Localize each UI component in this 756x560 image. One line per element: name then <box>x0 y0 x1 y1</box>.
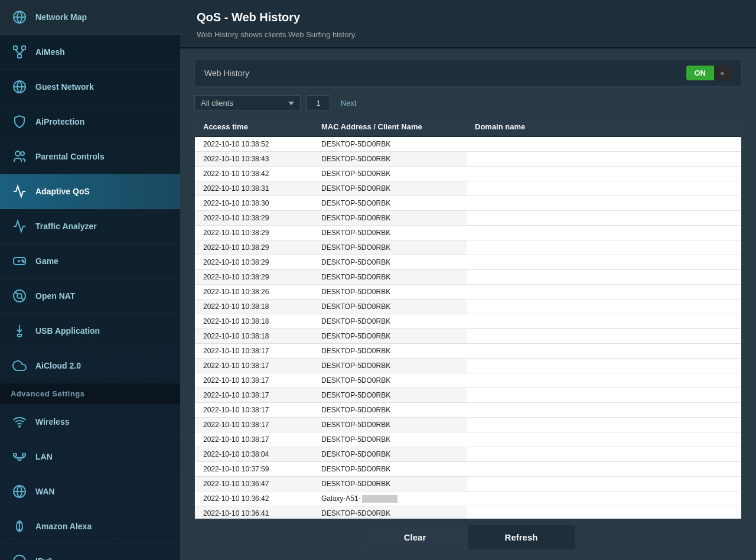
cell-domain <box>467 373 741 388</box>
table-header: Access time MAC Address / Client Name Do… <box>195 118 741 137</box>
cell-domain <box>467 181 741 196</box>
table-row: 2022-10-10 10:38:30DESKTOP-5DO0RBK <box>195 196 741 211</box>
sidebar-item-adaptive-qos[interactable]: Adaptive QoS <box>0 174 180 209</box>
cloud-icon <box>11 357 28 375</box>
cell-client: DESKTOP-5DO0RBK <box>313 270 467 284</box>
refresh-button[interactable]: Refresh <box>468 525 575 549</box>
sidebar-item-open-nat[interactable]: Open NAT <box>0 279 180 314</box>
wireless-icon <box>11 413 28 431</box>
table-row: 2022-10-10 10:38:42DESKTOP-5DO0RBK <box>195 167 741 181</box>
sidebar-item-guest-network[interactable]: Guest Network <box>0 70 180 105</box>
cell-client: DESKTOP-5DO0RBK <box>313 152 467 166</box>
sidebar-item-label: AiCloud 2.0 <box>35 361 81 370</box>
sidebar: Network Map AiMesh Guest Network AiProte… <box>0 0 180 560</box>
cell-client: DESKTOP-5DO0RBK <box>313 359 467 373</box>
cell-time: 2022-10-10 10:38:29 <box>195 211 313 225</box>
sidebar-item-label: Wireless <box>35 417 69 426</box>
table-row: 2022-10-10 10:36:47DESKTOP-5DO0RBK <box>195 477 741 491</box>
svg-point-21 <box>19 426 20 427</box>
sidebar-item-aiprotection[interactable]: AiProtection <box>0 105 180 139</box>
cell-client: DESKTOP-5DO0RBK <box>313 388 467 402</box>
sidebar-item-label: LAN <box>35 452 53 461</box>
cell-time: 2022-10-10 10:38:29 <box>195 240 313 255</box>
cell-time: 2022-10-10 10:38:18 <box>195 329 313 343</box>
table-row: 2022-10-10 10:36:42Galaxy-A51- <box>195 491 741 506</box>
sidebar-item-network-map[interactable]: Network Map <box>0 0 180 35</box>
cell-client: DESKTOP-5DO0RBK <box>313 418 467 432</box>
cell-client: DESKTOP-5DO0RBK <box>313 462 467 476</box>
sidebar-item-label: WAN <box>35 487 55 496</box>
sidebar-item-lan[interactable]: LAN <box>0 439 180 474</box>
sidebar-item-wan[interactable]: WAN <box>0 474 180 509</box>
svg-line-6 <box>19 50 24 54</box>
web-history-toggle-row: Web History ON ● <box>194 59 742 87</box>
table-row: 2022-10-10 10:38:29DESKTOP-5DO0RBK <box>195 255 741 270</box>
cell-domain <box>467 359 741 373</box>
cell-time: 2022-10-10 10:38:17 <box>195 403 313 417</box>
sidebar-item-label: Guest Network <box>35 82 94 92</box>
svg-point-10 <box>21 152 24 155</box>
cell-domain <box>467 344 741 358</box>
sidebar-item-parental-controls[interactable]: Parental Controls <box>0 139 180 174</box>
page-title: QoS - Web History <box>197 11 739 24</box>
sidebar-item-wireless[interactable]: Wireless <box>0 405 180 439</box>
cell-time: 2022-10-10 10:38:04 <box>195 447 313 461</box>
cell-client: DESKTOP-5DO0RBK <box>313 167 467 181</box>
next-button[interactable]: Next <box>336 96 361 110</box>
sidebar-item-label: AiProtection <box>35 117 84 126</box>
game-icon <box>11 252 28 270</box>
table-row: 2022-10-10 10:38:17DESKTOP-5DO0RBK <box>195 418 741 432</box>
table-row: 2022-10-10 10:38:17DESKTOP-5DO0RBK <box>195 388 741 403</box>
cell-domain <box>467 299 741 314</box>
cell-domain <box>467 477 741 491</box>
cell-domain <box>467 285 741 299</box>
sidebar-item-usb-application[interactable]: USB Application <box>0 314 180 349</box>
sidebar-item-game[interactable]: Game <box>0 244 180 279</box>
cell-client: DESKTOP-5DO0RBK <box>313 211 467 225</box>
table-row: 2022-10-10 10:38:29DESKTOP-5DO0RBK <box>195 226 741 240</box>
cell-domain <box>467 329 741 343</box>
cell-time: 2022-10-10 10:38:29 <box>195 226 313 240</box>
cell-time: 2022-10-10 10:38:31 <box>195 181 313 196</box>
advanced-settings-header: Advanced Settings <box>0 383 180 405</box>
sidebar-item-label: Traffic Analyzer <box>35 222 97 231</box>
cell-time: 2022-10-10 10:36:41 <box>195 506 313 519</box>
cell-time: 2022-10-10 10:36:47 <box>195 477 313 491</box>
wan-icon <box>11 483 28 500</box>
cell-domain <box>467 418 741 432</box>
table-row: 2022-10-10 10:38:17DESKTOP-5DO0RBK <box>195 359 741 373</box>
clear-button[interactable]: Clear <box>362 525 468 549</box>
cell-client: DESKTOP-5DO0RBK <box>313 285 467 299</box>
sidebar-item-aimesh[interactable]: AiMesh <box>0 35 180 70</box>
svg-point-33 <box>14 555 25 560</box>
main-content: QoS - Web History Web History shows clie… <box>180 0 756 560</box>
cell-domain <box>467 388 741 402</box>
svg-line-19 <box>21 298 24 301</box>
svg-line-18 <box>15 291 18 294</box>
table-row: 2022-10-10 10:38:18DESKTOP-5DO0RBK <box>195 329 741 344</box>
sidebar-item-label: USB Application <box>35 326 100 336</box>
cell-domain <box>467 137 741 151</box>
sidebar-item-amazon-alexa[interactable]: Amazon Alexa <box>0 509 180 544</box>
cell-domain <box>467 432 741 447</box>
client-filter-select[interactable]: All clients <box>194 95 301 111</box>
svg-rect-4 <box>18 54 21 58</box>
page-number-input[interactable] <box>307 95 330 111</box>
table-row: 2022-10-10 10:38:31DESKTOP-5DO0RBK <box>195 181 741 196</box>
cell-time: 2022-10-10 10:38:29 <box>195 270 313 284</box>
cell-client: Galaxy-A51- <box>313 491 467 506</box>
table-row: 2022-10-10 10:38:17DESKTOP-5DO0RBK <box>195 432 741 447</box>
cell-client: DESKTOP-5DO0RBK <box>313 447 467 461</box>
sidebar-item-traffic-analyzer[interactable]: Traffic Analyzer <box>0 209 180 244</box>
svg-point-9 <box>15 151 20 156</box>
web-history-toggle[interactable]: ON ● <box>686 66 732 80</box>
sidebar-item-label: Game <box>35 256 58 266</box>
sidebar-item-aicloud[interactable]: AiCloud 2.0 <box>0 349 180 383</box>
toggle-off-label: ● <box>714 66 732 80</box>
cell-client: DESKTOP-5DO0RBK <box>313 329 467 343</box>
sidebar-item-ipv6[interactable]: IPv6 IPv6 <box>0 544 180 560</box>
cell-time: 2022-10-10 10:38:17 <box>195 388 313 402</box>
table-row: 2022-10-10 10:38:29DESKTOP-5DO0RBK <box>195 270 741 285</box>
svg-line-5 <box>15 50 19 54</box>
svg-rect-3 <box>22 46 25 50</box>
